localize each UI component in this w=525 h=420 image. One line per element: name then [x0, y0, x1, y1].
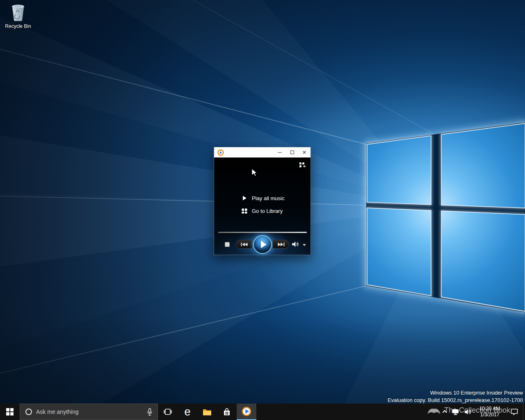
windows-logo-icon — [6, 408, 14, 415]
recycle-bin-icon — [2, 3, 34, 22]
file-explorer-button[interactable] — [197, 404, 217, 420]
action-center-button[interactable] — [506, 404, 523, 420]
wmp-now-playing-area: Play all music Go to Libra — [214, 158, 310, 255]
taskbar-search[interactable] — [20, 404, 158, 420]
previous-icon — [241, 242, 248, 247]
task-view-icon — [164, 409, 172, 415]
show-desktop-button[interactable] — [523, 404, 525, 420]
cortana-icon — [25, 409, 32, 415]
play-all-music-item[interactable]: Play all music — [214, 194, 310, 203]
clock-time: 10:20 AM — [474, 406, 506, 412]
taskbar: e — [0, 404, 525, 420]
wmp-menu: Play all music Go to Libra — [214, 194, 310, 215]
edge-icon: e — [184, 404, 190, 420]
stop-button[interactable] — [225, 242, 230, 247]
wmp-app-icon — [217, 149, 224, 156]
previous-button[interactable] — [236, 240, 252, 249]
watermark-line2: Evaluation copy. Build 15002.rs_prerelea… — [388, 397, 523, 404]
network-tray-button[interactable] — [449, 404, 461, 420]
microphone-icon[interactable] — [147, 408, 153, 416]
taskbar-clock[interactable]: 10:20 AM 1/3/2017 — [474, 404, 506, 420]
library-grid-icon — [241, 208, 248, 214]
volume-tray-button[interactable] — [461, 404, 474, 420]
close-button[interactable]: × — [298, 147, 310, 158]
play-button[interactable] — [253, 235, 272, 254]
speaker-icon — [464, 409, 471, 415]
wmp-icon — [242, 406, 251, 416]
store-button[interactable] — [217, 404, 237, 420]
task-view-button[interactable] — [158, 404, 178, 420]
maximize-button[interactable] — [286, 147, 298, 158]
mute-button[interactable] — [291, 241, 299, 247]
wmp-titlebar[interactable]: × — [214, 147, 310, 158]
more-options-chevron[interactable] — [303, 244, 306, 246]
file-explorer-icon — [203, 408, 212, 415]
play-icon — [241, 196, 248, 201]
close-icon: × — [302, 149, 306, 156]
maximize-icon — [290, 151, 294, 154]
go-to-library-item[interactable]: Go to Library — [214, 206, 310, 215]
play-button-icon — [261, 241, 267, 248]
start-button[interactable] — [0, 404, 20, 420]
recycle-bin-desktop-icon[interactable]: Recycle Bin — [2, 3, 34, 29]
build-watermark: Windows 10 Enterprise Insider Preview Ev… — [388, 389, 523, 404]
action-center-icon — [511, 409, 518, 415]
wmp-taskbar-button[interactable] — [237, 404, 256, 420]
chevron-up-icon — [442, 410, 447, 415]
next-icon — [278, 242, 285, 247]
switch-to-library-button[interactable] — [298, 162, 307, 168]
play-all-music-label: Play all music — [252, 195, 284, 201]
show-hidden-icons-button[interactable] — [440, 404, 449, 420]
seek-bar[interactable] — [218, 232, 307, 233]
wmp-window: × Play all music — [214, 147, 311, 255]
system-tray: 10:20 AM 1/3/2017 — [440, 404, 525, 420]
next-button[interactable] — [273, 240, 289, 249]
network-icon — [452, 409, 459, 415]
search-input[interactable] — [36, 409, 142, 415]
book-icon — [427, 405, 441, 415]
minimize-icon — [278, 152, 282, 153]
minimize-button[interactable] — [274, 147, 286, 158]
desktop: Recycle Bin Windows 10 Enterprise Inside… — [0, 0, 525, 420]
volume-icon — [292, 241, 299, 247]
watermark-line1: Windows 10 Enterprise Insider Preview — [388, 389, 523, 397]
clock-date: 1/3/2017 — [474, 412, 506, 418]
edge-button[interactable]: e — [178, 404, 197, 420]
go-to-library-label: Go to Library — [252, 208, 283, 214]
store-icon — [223, 408, 231, 416]
recycle-bin-label: Recycle Bin — [2, 23, 34, 29]
